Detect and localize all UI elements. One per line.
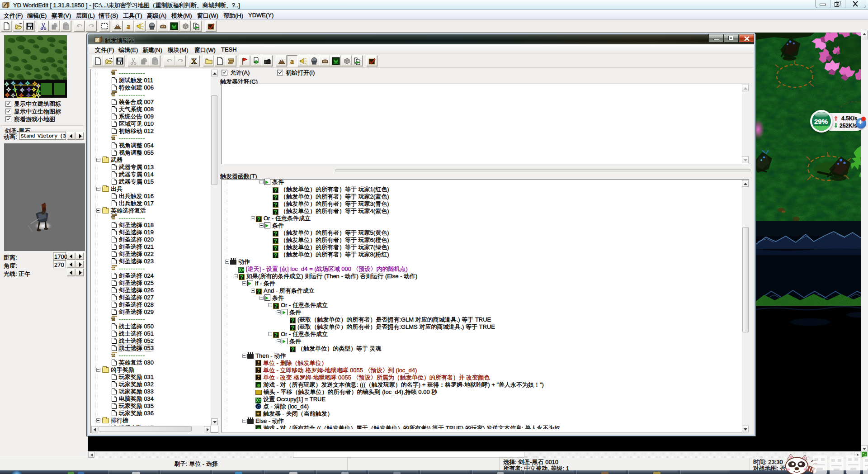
svg-text:a: a	[290, 57, 294, 65]
svg-text:X: X	[191, 57, 197, 65]
svg-text:a: a	[127, 23, 130, 30]
